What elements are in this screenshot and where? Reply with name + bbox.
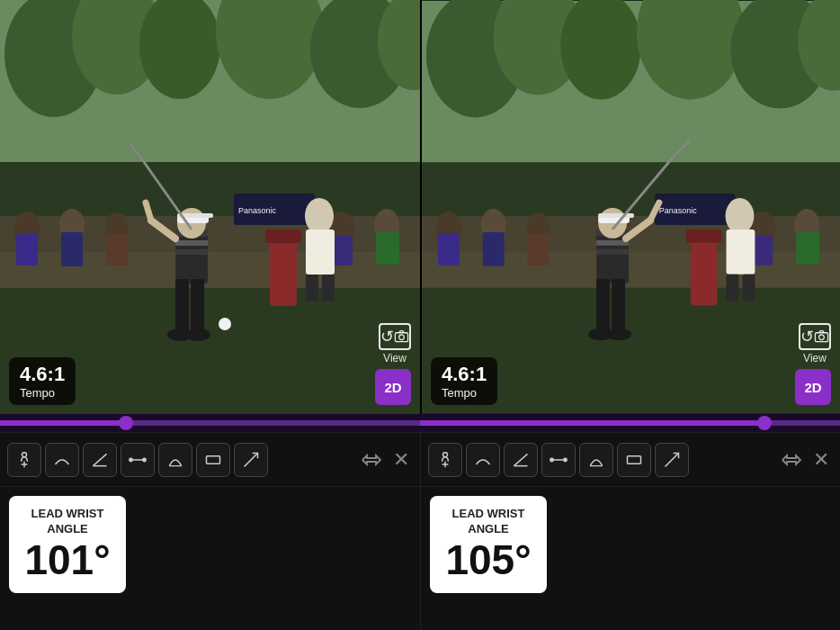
svg-rect-91 <box>815 333 827 342</box>
svg-rect-59 <box>438 234 460 266</box>
right-tempo-badge: 4.6:1 Tempo <box>431 357 497 405</box>
right-progress-thumb[interactable] <box>757 416 772 430</box>
svg-point-100 <box>143 458 146 461</box>
right-info-half: LEAD WRIST ANGLE 105° <box>420 487 840 630</box>
svg-line-103 <box>245 453 258 466</box>
svg-line-114 <box>666 453 679 466</box>
left-close-button[interactable]: ✕ <box>389 448 413 472</box>
svg-rect-74 <box>727 274 739 302</box>
left-person-tool[interactable] <box>7 443 41 477</box>
right-view-button[interactable]: View <box>799 323 831 364</box>
svg-rect-16 <box>106 234 128 266</box>
svg-rect-20 <box>376 232 399 265</box>
svg-rect-70 <box>691 234 718 306</box>
right-close-button[interactable]: ✕ <box>809 448 833 472</box>
svg-rect-28 <box>322 274 335 302</box>
svg-rect-82 <box>598 213 634 218</box>
left-angle-tool[interactable] <box>83 443 117 477</box>
left-video-panel: Panasonic <box>0 0 420 414</box>
view-label: View <box>383 352 407 364</box>
left-line-tool[interactable] <box>121 443 155 477</box>
right-tempo-value: 4.6:1 <box>442 363 487 386</box>
left-tempo-value: 4.6:1 <box>20 363 65 386</box>
left-scene-svg: Panasonic <box>0 0 420 414</box>
left-progress-thumb[interactable] <box>119 416 133 430</box>
right-tempo-label: Tempo <box>442 386 487 400</box>
left-arc-tool[interactable] <box>158 443 192 477</box>
svg-rect-12 <box>16 234 38 266</box>
svg-rect-24 <box>265 230 301 243</box>
video-row: Panasonic <box>0 0 840 414</box>
right-2d-badge[interactable]: 2D <box>795 369 831 405</box>
svg-rect-73 <box>727 230 755 274</box>
svg-point-111 <box>564 458 567 461</box>
svg-point-46 <box>399 335 405 340</box>
left-wrist-card: LEAD WRIST ANGLE 101° <box>9 496 126 593</box>
right-progress-fill <box>420 420 764 426</box>
right-toolbar: ✕ <box>420 433 840 486</box>
right-wrist-card: LEAD WRIST ANGLE 105° <box>430 496 547 593</box>
svg-line-107 <box>514 454 528 465</box>
right-angle-tool[interactable] <box>504 443 538 477</box>
right-video-panel: Panasonic <box>420 0 840 414</box>
svg-point-44 <box>219 318 231 330</box>
svg-rect-31 <box>175 240 208 246</box>
svg-point-104 <box>443 452 448 456</box>
left-diagonal-tool[interactable] <box>234 443 268 477</box>
svg-rect-75 <box>742 274 755 302</box>
svg-point-72 <box>726 198 755 234</box>
svg-line-96 <box>94 454 107 465</box>
svg-point-99 <box>130 458 132 461</box>
svg-rect-27 <box>306 274 318 302</box>
svg-point-93 <box>22 452 27 456</box>
svg-rect-40 <box>175 279 189 333</box>
left-toolbar: ✕ <box>0 433 420 486</box>
left-wrist-value: 101° <box>23 537 112 583</box>
info-row: LEAD WRIST ANGLE 101° LEAD WRIST ANGLE 1… <box>0 486 840 630</box>
left-2d-badge[interactable]: 2D <box>375 369 411 405</box>
svg-rect-71 <box>686 230 722 243</box>
left-rect-tool[interactable] <box>196 443 230 477</box>
svg-text:Panasonic: Panasonic <box>659 206 697 215</box>
left-progress-track <box>0 420 420 426</box>
svg-rect-87 <box>596 279 610 333</box>
svg-rect-102 <box>207 455 220 463</box>
right-progress-bar[interactable] <box>420 414 840 432</box>
left-view-button[interactable]: View <box>379 323 411 364</box>
svg-point-43 <box>185 328 210 341</box>
left-progress-bar[interactable] <box>0 414 420 432</box>
right-curve-tool[interactable] <box>466 443 500 477</box>
svg-rect-79 <box>596 249 629 255</box>
left-info-half: LEAD WRIST ANGLE 101° <box>0 487 420 630</box>
right-scene-svg: Panasonic <box>422 0 840 414</box>
svg-rect-61 <box>483 232 505 266</box>
left-progress-fill <box>0 420 126 426</box>
right-wrist-label: LEAD WRIST ANGLE <box>444 507 532 537</box>
right-view-camera-icon <box>799 323 831 350</box>
svg-rect-14 <box>61 232 83 266</box>
right-line-tool[interactable] <box>541 443 576 477</box>
svg-rect-67 <box>796 232 819 265</box>
svg-point-110 <box>550 458 553 461</box>
right-sync-icon[interactable] <box>777 451 806 469</box>
left-tempo-label: Tempo <box>20 386 65 400</box>
right-diagonal-tool[interactable] <box>655 443 689 477</box>
left-curve-tool[interactable] <box>45 443 79 477</box>
svg-rect-26 <box>306 230 335 274</box>
svg-point-92 <box>819 335 825 340</box>
left-wrist-label: LEAD WRIST ANGLE <box>23 507 112 537</box>
left-sync-icon[interactable] <box>357 451 386 469</box>
svg-point-25 <box>305 198 334 234</box>
svg-rect-88 <box>612 279 625 333</box>
right-person-tool[interactable] <box>428 443 462 477</box>
progress-row <box>0 414 840 432</box>
svg-rect-113 <box>628 455 641 463</box>
svg-rect-23 <box>270 234 297 306</box>
right-rect-tool[interactable] <box>617 443 651 477</box>
left-tempo-badge: 4.6:1 Tempo <box>9 357 76 405</box>
svg-rect-32 <box>175 249 208 255</box>
svg-text:Panasonic: Panasonic <box>238 206 277 215</box>
svg-point-90 <box>606 328 631 340</box>
right-arc-tool[interactable] <box>579 443 613 477</box>
toolbar-row: ✕ ✕ <box>0 432 840 486</box>
